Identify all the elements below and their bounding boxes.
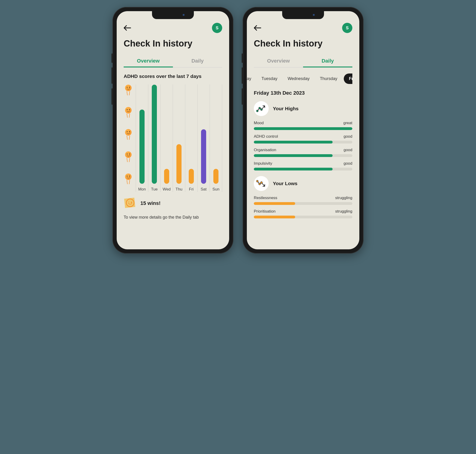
svg-point-5 — [260, 182, 262, 183]
metric-value: good — [343, 148, 352, 152]
highs-label: Your Highs — [273, 106, 298, 111]
progress-fill — [254, 154, 333, 157]
metric-row: Prioritisationstruggling — [254, 209, 352, 218]
bar-slot: Fri — [185, 85, 197, 192]
metric-row: Organisationgood — [254, 148, 352, 157]
metric-row: Restlessnessstruggling — [254, 196, 352, 205]
tab-daily[interactable]: Daily — [303, 56, 352, 67]
metric-name: ADHD control — [254, 134, 278, 139]
progress-track — [254, 168, 352, 170]
day-chip[interactable]: Wednesday — [284, 74, 313, 83]
metric-row: Moodgreat — [254, 121, 352, 130]
screen-overview: S Check In history Overview Daily ADHD s… — [117, 11, 229, 249]
bar — [213, 169, 218, 184]
tab-overview[interactable]: Overview — [124, 56, 173, 67]
progress-track — [254, 202, 352, 205]
avatar[interactable]: S — [212, 23, 222, 33]
mood-emoji-icon — [124, 107, 133, 118]
chart-y-axis — [124, 85, 133, 192]
header: S — [124, 23, 222, 33]
progress-track — [254, 127, 352, 130]
progress-track — [254, 154, 352, 157]
chart-bars: MonTueWedThuFriSatSun — [136, 85, 222, 192]
bar-slot: Tue — [148, 85, 160, 192]
bar — [140, 110, 145, 184]
avatar[interactable]: S — [342, 23, 352, 33]
sun-icon — [124, 197, 137, 210]
bar-slot: Thu — [173, 85, 185, 192]
svg-point-4 — [259, 183, 260, 185]
highs-list: MoodgreatADHD controlgoodOrganisationgoo… — [254, 121, 352, 170]
progress-track — [254, 141, 352, 144]
day-chip[interactable]: ay — [247, 74, 255, 83]
device-notch — [282, 11, 324, 19]
progress-fill — [254, 127, 352, 130]
mood-emoji-icon — [124, 151, 133, 163]
tab-daily[interactable]: Daily — [173, 56, 222, 67]
metric-value: struggling — [335, 209, 352, 214]
bar-label: Mon — [138, 185, 146, 192]
metric-name: Organisation — [254, 148, 276, 152]
svg-point-1 — [259, 107, 260, 109]
progress-track — [254, 216, 352, 218]
svg-point-0 — [256, 110, 258, 112]
page-title: Check In history — [124, 39, 222, 49]
day-chip[interactable]: Thursday — [316, 74, 341, 83]
wins-count: 15 wins! — [140, 200, 161, 206]
metric-name: Restlessness — [254, 196, 277, 200]
progress-fill — [254, 202, 295, 205]
metric-row: ADHD controlgood — [254, 134, 352, 144]
back-arrow-icon[interactable] — [124, 25, 131, 31]
chart-title: ADHD scores over the last 7 days — [124, 74, 222, 79]
tabs: Overview Daily — [124, 56, 222, 68]
date-heading: Friday 13th Dec 2023 — [254, 90, 352, 96]
bar-label: Fri — [189, 185, 193, 192]
bar — [164, 169, 169, 184]
bar-slot: Wed — [160, 85, 173, 192]
bar-slot: Mon — [136, 85, 148, 192]
bar-slot: Sat — [197, 85, 210, 192]
progress-fill — [254, 216, 295, 218]
lows-header: Your Lows — [254, 176, 352, 191]
metric-value: good — [343, 161, 352, 166]
tab-overview[interactable]: Overview — [254, 56, 303, 67]
phone-frame-overview: S Check In history Overview Daily ADHD s… — [112, 7, 233, 254]
progress-fill — [254, 168, 333, 170]
lows-list: RestlessnessstrugglingPrioritisationstru… — [254, 196, 352, 218]
device-notch — [152, 11, 194, 19]
bar-slot: Sun — [210, 85, 222, 192]
page-title: Check In history — [254, 39, 352, 49]
day-chip[interactable]: Friday — [344, 74, 352, 84]
bar — [201, 129, 206, 184]
back-arrow-icon[interactable] — [254, 25, 261, 31]
metric-name: Prioritisation — [254, 209, 276, 214]
screen-daily: S Check In history Overview Daily ayTues… — [247, 11, 359, 249]
mood-emoji-icon — [124, 174, 133, 185]
bar — [189, 169, 194, 184]
wins-row: 15 wins! — [124, 197, 222, 210]
tabs: Overview Daily — [254, 56, 352, 68]
highs-header: Your Highs — [254, 101, 352, 116]
bar-chart: MonTueWedThuFriSatSun — [124, 85, 222, 192]
metric-value: good — [343, 134, 352, 139]
day-selector[interactable]: ayTuesdayWednesdayThursdayFriday — [247, 74, 352, 84]
trend-down-icon — [254, 176, 269, 191]
trend-up-icon — [254, 101, 269, 116]
mood-emoji-icon — [124, 129, 133, 140]
metric-name: Impulsivity — [254, 161, 272, 166]
metric-name: Mood — [254, 121, 264, 125]
bar-label: Thu — [176, 185, 182, 192]
header: S — [254, 23, 352, 33]
svg-point-3 — [256, 180, 258, 182]
day-chip[interactable]: Tuesday — [258, 74, 281, 83]
svg-point-2 — [260, 109, 262, 111]
bar-label: Wed — [163, 185, 171, 192]
lows-label: Your Lows — [273, 181, 298, 186]
bar-label: Sat — [201, 185, 207, 192]
hint-text: To view more details go the the Daily ta… — [124, 215, 222, 220]
phone-frame-daily: S Check In history Overview Daily ayTues… — [243, 7, 364, 254]
metric-value: struggling — [335, 196, 352, 200]
bar — [152, 85, 157, 184]
mood-emoji-icon — [124, 85, 133, 96]
bar-label: Tue — [151, 185, 158, 192]
